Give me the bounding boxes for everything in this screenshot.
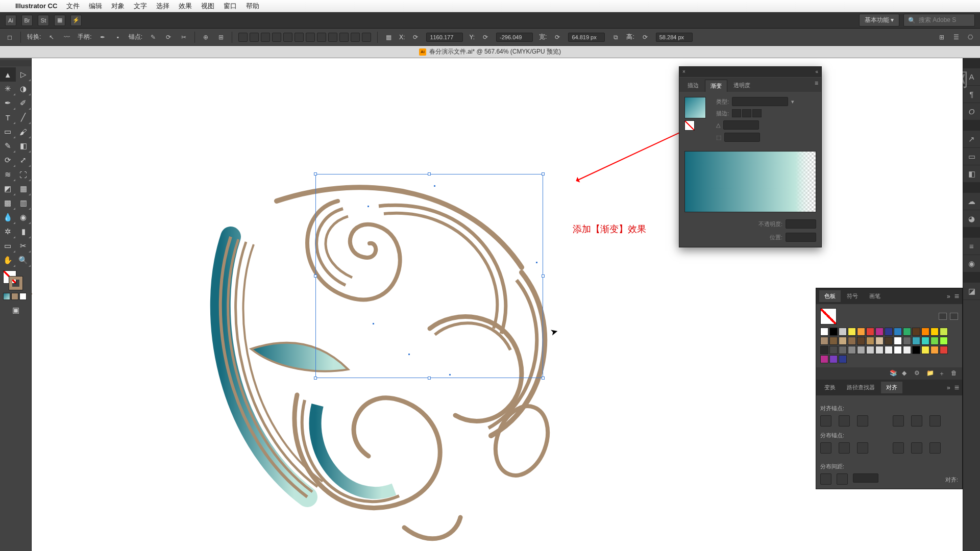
stroke-swatch[interactable]: [9, 277, 22, 290]
menu-view[interactable]: 视图: [201, 2, 214, 11]
dist-space-h-btn[interactable]: [837, 473, 848, 485]
swatch[interactable]: [921, 337, 929, 345]
artboards-panel-icon[interactable]: ▭: [963, 148, 980, 165]
recent-swatch-2[interactable]: [11, 293, 18, 300]
link-h-icon[interactable]: ⟳: [641, 33, 650, 42]
free-transform-tool-icon[interactable]: ⛶: [16, 167, 32, 182]
dist-left-btn[interactable]: [893, 442, 904, 454]
swatch[interactable]: [839, 328, 847, 336]
menu-effect[interactable]: 效果: [179, 2, 192, 11]
thumb-view-icon[interactable]: [950, 313, 958, 320]
tab-gradient[interactable]: 渐变: [705, 80, 727, 92]
swatch[interactable]: [875, 328, 884, 336]
paintbrush-tool-icon[interactable]: 🖌: [16, 124, 32, 139]
bbox-handle-tc[interactable]: [428, 172, 431, 176]
slice-tool-icon[interactable]: ✂: [16, 239, 32, 253]
dist-hcenter-btn[interactable]: [911, 442, 922, 454]
lasso-tool-icon[interactable]: ◑: [16, 82, 32, 96]
align-to-pixel-icon[interactable]: ⊞: [216, 33, 226, 42]
swatch[interactable]: [839, 346, 847, 354]
layers-panel-icon[interactable]: ≡: [963, 238, 980, 255]
swatch[interactable]: [921, 346, 929, 354]
app-name[interactable]: Illustrator CC: [15, 2, 57, 10]
swatch[interactable]: [820, 346, 828, 354]
align-menu-icon[interactable]: ≡: [954, 383, 959, 392]
magic-wand-tool-icon[interactable]: ✳: [0, 82, 16, 96]
color-panel-icon[interactable]: ◧: [963, 165, 980, 183]
swatch[interactable]: [903, 328, 911, 336]
align-right-btn[interactable]: [857, 415, 868, 427]
type-tool-icon[interactable]: T: [0, 110, 16, 124]
zoom-tool-icon[interactable]: 🔍: [16, 253, 32, 267]
swatch[interactable]: [829, 346, 838, 354]
bbox-handle-br[interactable]: [542, 377, 545, 380]
swatch-options-icon[interactable]: ⚙: [914, 369, 922, 378]
align-left-icon[interactable]: [238, 33, 248, 42]
recent-swatch-1[interactable]: [3, 293, 10, 300]
graphic-styles-panel-icon[interactable]: ◪: [963, 283, 980, 300]
gradient-ramp[interactable]: [684, 151, 816, 212]
fill-stroke-indicator[interactable]: [0, 267, 31, 303]
rectangle-tool-icon[interactable]: ▭: [0, 124, 16, 139]
align-right-icon[interactable]: [261, 33, 270, 42]
docked-panels[interactable]: 色板 符号 画笔 » ≡ 📚 ◆ ⚙ 📁: [816, 288, 963, 489]
swatch[interactable]: [829, 337, 838, 345]
tab-align[interactable]: 对齐: [881, 382, 902, 393]
swatch[interactable]: [848, 337, 856, 345]
swatch[interactable]: [839, 337, 847, 345]
stroke-along-icon[interactable]: [742, 109, 751, 117]
menu-file[interactable]: 文件: [66, 2, 80, 11]
swatch[interactable]: [885, 337, 893, 345]
swatch[interactable]: [912, 337, 920, 345]
y-input[interactable]: [496, 33, 533, 42]
cut-path-icon[interactable]: ✂: [179, 33, 188, 42]
tab-brushes[interactable]: 画笔: [864, 290, 886, 302]
home-icon[interactable]: Ai: [5, 15, 16, 26]
transform-panel-icon[interactable]: ⎔: [966, 33, 975, 42]
bbox-handle-tr[interactable]: [542, 172, 545, 176]
artboard-tool-icon[interactable]: ▭: [0, 239, 16, 253]
ref-point-icon[interactable]: ▦: [384, 33, 393, 42]
panel-collapse-icon[interactable]: «: [815, 69, 818, 74]
new-swatch-icon[interactable]: ＋: [939, 369, 947, 378]
align-hcenter-icon[interactable]: [250, 33, 259, 42]
swatch[interactable]: [820, 328, 828, 336]
align-vcenter-btn[interactable]: [911, 415, 922, 427]
swatch[interactable]: [921, 328, 929, 336]
swatch[interactable]: [894, 346, 902, 354]
link-y-icon[interactable]: ⟳: [481, 33, 490, 42]
align-bottom-icon[interactable]: [295, 33, 304, 42]
asset-export-panel-icon[interactable]: ↗: [963, 131, 980, 148]
line-tool-icon[interactable]: ╱: [16, 110, 32, 124]
swatch[interactable]: [885, 346, 893, 354]
shape-mode-icon[interactable]: ⊞: [937, 33, 946, 42]
column-graph-tool-icon[interactable]: ▮: [16, 224, 32, 239]
gradient-panel[interactable]: × « 描边 渐变 透明度 ≡ 类型:▾ 描边:: [679, 66, 822, 247]
menu-object[interactable]: 对象: [111, 2, 125, 11]
dist-hc-icon[interactable]: [328, 33, 337, 42]
bridge-icon[interactable]: Br: [21, 15, 33, 26]
swatch[interactable]: [848, 328, 856, 336]
swatch[interactable]: [866, 337, 874, 345]
swatch[interactable]: [903, 337, 911, 345]
handle-a-icon[interactable]: ✒: [98, 33, 107, 42]
swatches-collapse-icon[interactable]: »: [947, 293, 950, 300]
recent-swatch-none[interactable]: [19, 293, 27, 300]
search-input[interactable]: 🔍 搜索 Adobe S: [903, 14, 975, 27]
dist-space-v-btn[interactable]: [820, 473, 831, 485]
anchor-pt[interactable]: [408, 353, 410, 356]
angle-input[interactable]: [723, 120, 759, 130]
tab-stroke[interactable]: 描边: [682, 80, 704, 92]
swatch[interactable]: [848, 346, 856, 354]
swatches-menu-icon[interactable]: ≡: [954, 292, 959, 301]
anchor-pt[interactable]: [367, 205, 370, 208]
swatch[interactable]: [894, 337, 902, 345]
swatch[interactable]: [940, 346, 948, 354]
swatch[interactable]: [930, 328, 939, 336]
width-tool-icon[interactable]: ≋: [0, 167, 16, 182]
align-collapse-icon[interactable]: »: [947, 384, 950, 391]
align-hcenter-btn[interactable]: [839, 415, 850, 427]
tab-swatches[interactable]: 色板: [819, 290, 841, 302]
menu-type[interactable]: 文字: [134, 2, 147, 11]
appearance-panel-icon[interactable]: ◉: [963, 255, 980, 272]
